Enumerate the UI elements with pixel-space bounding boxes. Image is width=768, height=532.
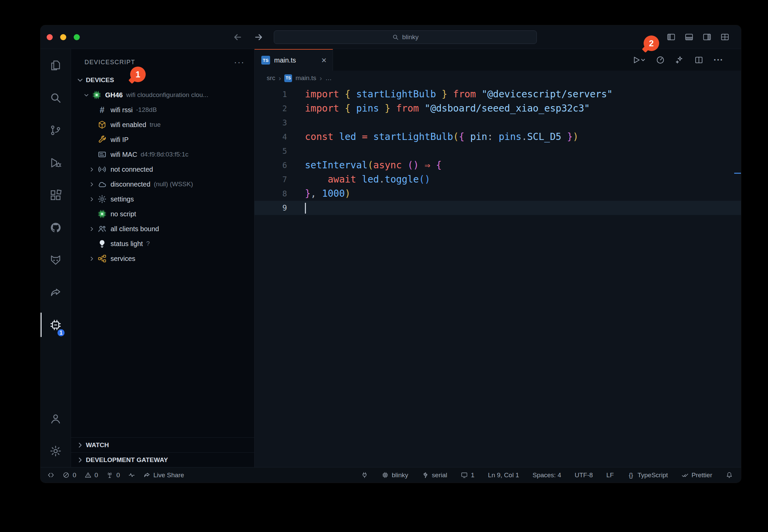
tree-item-all-clients-bound[interactable]: all clients bound [71,221,254,236]
activity-item-run-and-debug[interactable] [41,146,71,179]
activity-item-source-control[interactable] [41,114,71,146]
activity-item-live-share[interactable] [41,276,71,309]
breadcrumbs: src › TS main.ts › … [255,71,741,86]
layout-sidebar-right-icon[interactable] [702,32,712,42]
tree-item-disconnected[interactable]: disconnected(null) (WSSK) [71,177,254,192]
status-notifications[interactable] [726,471,733,479]
editor-action-gauge[interactable] [656,55,665,65]
tab-label: main.ts [274,56,296,64]
activity-bar-top: 1 [41,49,71,341]
code-line-9[interactable]: 9 [255,201,741,215]
tree-item-wifi-mac[interactable]: wifi MACd4:f9:8d:03:f5:1c [71,147,254,162]
status-serial[interactable]: serial [422,471,447,479]
status-cursor-position[interactable]: Ln 9, Col 1 [488,471,519,479]
tree-item-description: true [150,121,161,128]
section-watch[interactable]: WATCH [71,437,254,452]
section-devices[interactable]: DEVICES [71,73,254,88]
activity-item-extensions[interactable] [41,179,71,211]
close-window-button[interactable] [47,34,53,40]
status-remote-indicator[interactable] [47,471,54,479]
status-errors[interactable]: 0 [63,471,76,479]
activity-bar-spacer [41,341,71,402]
code-line-3[interactable]: 3 [255,116,741,130]
minimize-window-button[interactable] [60,34,66,40]
breadcrumb-file[interactable]: main.ts [295,74,316,82]
tree-item-wifi-rssi[interactable]: #wifi rssi-128dB [71,102,254,117]
code-editor[interactable]: 1import { startLightBulb } from "@device… [255,86,741,467]
status-encoding[interactable]: UTF-8 [575,471,593,479]
tree-item-gh46[interactable]: GH46wifi cloudconfiguration clou... [71,88,254,102]
tree-item-no-script[interactable]: no script [71,207,254,221]
activity-item-explorer[interactable] [41,49,71,81]
code-line-7[interactable]: 7 await led.toggle() [255,172,741,187]
code-line-8[interactable]: 8}, 1000) [255,187,741,201]
chevron-right-icon[interactable] [87,255,97,262]
layout-panel-bottom-icon[interactable] [685,32,694,42]
activity-item-search[interactable] [41,81,71,114]
error-icon [63,471,70,479]
chevron-right-icon [76,441,85,450]
tree-item-label: wifi MAC [111,151,137,159]
status-warnings[interactable]: 0 [85,471,98,479]
layout-sidebar-left-icon[interactable] [667,32,676,42]
close-tab-icon[interactable]: × [321,56,327,65]
breadcrumb-symbol[interactable]: … [326,74,332,82]
more-actions-icon[interactable]: ··· [234,59,245,65]
status-left: 000Live Share [41,471,184,479]
activity-item-github[interactable] [41,211,71,244]
code-line-6[interactable]: 6setInterval(async () ⇒ { [255,158,741,172]
status-live-share[interactable]: Live Share [143,471,184,479]
zoom-window-button[interactable] [74,34,80,40]
editor-action-run[interactable] [632,55,646,65]
code-line-1[interactable]: 1import { startLightBulb } from "@device… [255,87,741,101]
devices-tree: GH46wifi cloudconfiguration clou...#wifi… [71,88,254,266]
tree-item-not-connected[interactable]: not connected [71,162,254,177]
status-formatter[interactable]: Prettier [681,471,712,479]
status-indentation[interactable]: Spaces: 4 [532,471,561,479]
workbench: 1 DEVICESCRIPT ··· DEVICES GH46wifi clou… [41,49,741,467]
activity-item-accounts[interactable] [41,402,71,435]
editor-action-split-editor[interactable] [694,55,703,65]
chevron-right-icon[interactable] [87,166,97,173]
status-pulse[interactable] [128,471,135,479]
code-line-2[interactable]: 2import { pins } from "@dsboard/seeed_xi… [255,101,741,116]
chevron-down-icon [76,76,85,84]
status-end-of-line[interactable]: LF [606,471,614,479]
tree-item-settings[interactable]: settings [71,192,254,207]
status-label: LF [606,471,614,479]
chevron-down-icon[interactable] [81,92,91,99]
tree-item-services[interactable]: services [71,251,254,266]
go-back-button[interactable] [233,32,243,42]
breadcrumb-folder[interactable]: src [267,74,275,82]
status-project[interactable]: blinky [382,471,408,479]
tab-main-ts[interactable]: TS main.ts × [255,49,333,71]
activity-bar-bottom [41,402,71,467]
tree-item-wifi-ip[interactable]: wifi IP [71,132,254,147]
activity-item-fox-extension[interactable] [41,244,71,276]
status-device-count[interactable]: 0 [106,471,120,479]
editor-action-more[interactable]: ··· [714,55,723,65]
tree-item-status-light[interactable]: status light? [71,236,254,251]
status-connect[interactable] [361,471,368,479]
activity-item-settings[interactable] [41,435,71,467]
activity-item-devicescript[interactable]: 1 [41,309,71,341]
go-forward-button[interactable] [254,32,264,42]
chevron-right-icon[interactable] [87,181,97,188]
chevron-right-icon[interactable] [87,196,97,203]
editor-action-sparkle[interactable] [675,55,684,65]
sidebar-header: DEVICESCRIPT ··· [71,49,254,73]
customize-layout-icon[interactable] [720,32,729,42]
tree-item-wifi-enabled[interactable]: wifi enabledtrue [71,117,254,132]
tree-item-label: GH46 [105,91,123,99]
code-line-5[interactable]: 5 [255,144,741,158]
status-simulators[interactable]: 1 [461,471,475,479]
chevron-right-icon[interactable] [87,225,97,233]
status-language-mode[interactable]: {}TypeScript [627,471,668,479]
line-number: 6 [255,158,287,172]
wrench-icon [97,135,107,145]
files-icon [49,59,62,72]
code-line-4[interactable]: 4const led = startLightBulb({ pin: pins.… [255,130,741,144]
section-development-gateway[interactable]: DEVELOPMENT GATEWAY [71,452,254,467]
remote-icon [47,471,54,479]
command-center-search[interactable]: blinky [274,30,537,44]
